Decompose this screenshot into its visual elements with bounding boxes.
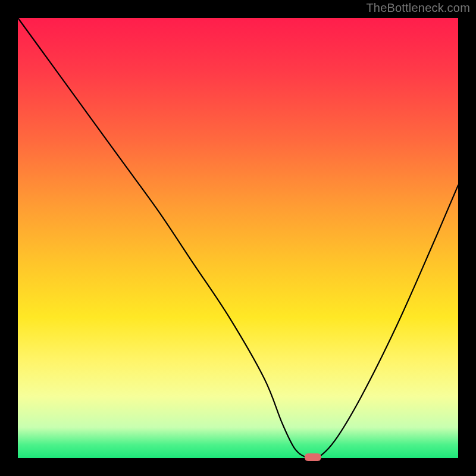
watermark-label: TheBottleneck.com — [366, 1, 470, 15]
chart-frame: TheBottleneck.com — [0, 0, 476, 476]
bottleneck-curve-path — [18, 18, 458, 460]
plot-area — [18, 18, 458, 458]
minimum-marker — [305, 453, 321, 461]
curve-svg — [18, 18, 458, 458]
